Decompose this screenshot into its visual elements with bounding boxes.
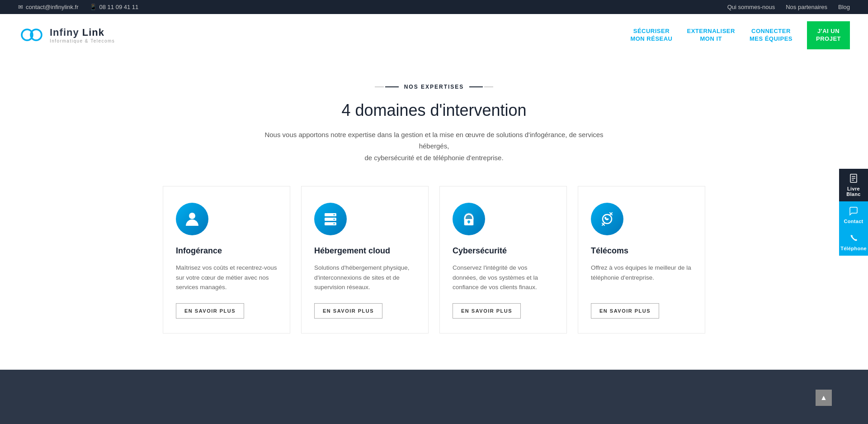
- contact-icon: [849, 206, 859, 216]
- side-btn-telephone[interactable]: Téléphone: [839, 229, 868, 256]
- card-title-cybersecurite: Cybersécurité: [453, 246, 554, 256]
- label-line-left: [375, 86, 399, 87]
- section-description: Nous vous apportons notre expertise dans…: [262, 129, 606, 164]
- svg-point-2: [189, 213, 195, 219]
- logo-text: Infiny Link Informatique & Telecoms: [50, 27, 115, 43]
- email-icon: ✉: [18, 4, 23, 10]
- label-line-right: [469, 86, 493, 87]
- email-link[interactable]: contact@infinylink.fr: [26, 4, 79, 10]
- nav-qui-sommes-nous[interactable]: Qui sommes-nous: [727, 4, 775, 10]
- top-bar: ✉ contact@infinylink.fr 📱 08 11 09 41 11…: [0, 0, 868, 14]
- logo-name-part2: Link: [82, 27, 104, 38]
- top-bar-right: Qui sommes-nous Nos partenaires Blog: [727, 4, 850, 10]
- logo-subtitle: Informatique & Telecoms: [50, 38, 115, 43]
- person-icon: [184, 210, 201, 228]
- phone-number: 08 11 09 41 11: [99, 4, 139, 10]
- section-title: 4 domaines d'intervention: [36, 101, 832, 120]
- lock-icon: [460, 210, 477, 228]
- card-icon-telecoms: [591, 203, 623, 235]
- bottom-section: [0, 370, 868, 424]
- phone-circle-icon: [599, 210, 616, 228]
- main-nav: SÉCURISERMON RÉSEAU EXTERNALISERMON IT C…: [630, 21, 850, 49]
- side-buttons: Livre Blanc Contact Téléphone: [839, 169, 868, 256]
- side-btn-telephone-label: Téléphone: [840, 246, 867, 251]
- card-desc-infogerance: Maîtrisez vos coûts et recentrez-vous su…: [176, 263, 277, 292]
- header: Infiny Link Informatique & Telecoms SÉCU…: [0, 14, 868, 57]
- card-title-hebergement: Hébergement cloud: [314, 246, 415, 256]
- nav-partenaires[interactable]: Nos partenaires: [786, 4, 827, 10]
- phone-icon: 📱: [90, 4, 97, 10]
- main-content: NOS EXPERTISES 4 domaines d'intervention…: [0, 57, 868, 370]
- side-btn-livre-blanc-label: Livre Blanc: [842, 186, 865, 197]
- livre-blanc-icon: [849, 173, 859, 183]
- card-title-infogerance: Infogérance: [176, 246, 277, 256]
- top-bar-left: ✉ contact@infinylink.fr 📱 08 11 09 41 11: [18, 4, 138, 10]
- scroll-top-arrow-icon: ▲: [820, 394, 827, 402]
- logo-name: Infiny Link: [50, 27, 115, 38]
- section-label-text: NOS EXPERTISES: [404, 84, 464, 90]
- card-desc-cybersecurite: Conservez l'intégrité de vos données, de…: [453, 263, 554, 292]
- nav-connecter[interactable]: CONNECTERMES ÉQUIPES: [750, 28, 793, 43]
- card-cybersecurite: Cybersécurité Conservez l'intégrité de v…: [439, 186, 567, 333]
- logo-name-part1: Infiny: [50, 27, 82, 38]
- btn-learn-more-telecoms[interactable]: EN SAVOIR PLUS: [591, 303, 659, 319]
- card-telecoms: Télécoms Offrez à vos équipes le meilleu…: [578, 186, 705, 333]
- svg-rect-11: [468, 222, 469, 224]
- card-desc-hebergement: Solutions d'hébergement physique, d'inte…: [314, 263, 415, 292]
- svg-point-6: [334, 214, 335, 215]
- svg-point-7: [334, 219, 335, 220]
- cta-project-button[interactable]: J'AI UNPROJET: [807, 21, 850, 49]
- btn-learn-more-infogerance[interactable]: EN SAVOIR PLUS: [176, 303, 244, 319]
- card-icon-cybersecurite: [453, 203, 485, 235]
- side-btn-contact[interactable]: Contact: [839, 201, 868, 229]
- logo[interactable]: Infiny Link Informatique & Telecoms: [18, 25, 115, 45]
- telephone-icon: [849, 233, 859, 243]
- scroll-to-top-button[interactable]: ▲: [816, 390, 832, 406]
- server-icon: [322, 210, 339, 228]
- side-btn-livre-blanc[interactable]: Livre Blanc: [839, 169, 868, 201]
- email-contact: ✉ contact@infinylink.fr: [18, 4, 79, 10]
- btn-learn-more-hebergement[interactable]: EN SAVOIR PLUS: [314, 303, 382, 319]
- nav-blog[interactable]: Blog: [838, 4, 850, 10]
- svg-point-8: [334, 223, 335, 224]
- btn-learn-more-cybersecurite[interactable]: EN SAVOIR PLUS: [453, 303, 521, 319]
- card-hebergement: Hébergement cloud Solutions d'hébergemen…: [301, 186, 429, 333]
- phone-contact: 📱 08 11 09 41 11: [90, 4, 139, 10]
- nav-externaliser[interactable]: EXTERNALISERMON IT: [687, 28, 735, 43]
- card-title-telecoms: Télécoms: [591, 246, 692, 256]
- cards-grid: Infogérance Maîtrisez vos coûts et recen…: [163, 186, 705, 333]
- card-infogerance: Infogérance Maîtrisez vos coûts et recen…: [163, 186, 290, 333]
- card-icon-infogerance: [176, 203, 208, 235]
- logo-icon-svg: [18, 25, 45, 45]
- side-btn-contact-label: Contact: [844, 219, 863, 224]
- card-desc-telecoms: Offrez à vos équipes le meilleur de la t…: [591, 263, 692, 292]
- card-icon-hebergement: [314, 203, 347, 235]
- section-label: NOS EXPERTISES: [36, 84, 832, 90]
- nav-securiser[interactable]: SÉCURISERMON RÉSEAU: [630, 28, 672, 43]
